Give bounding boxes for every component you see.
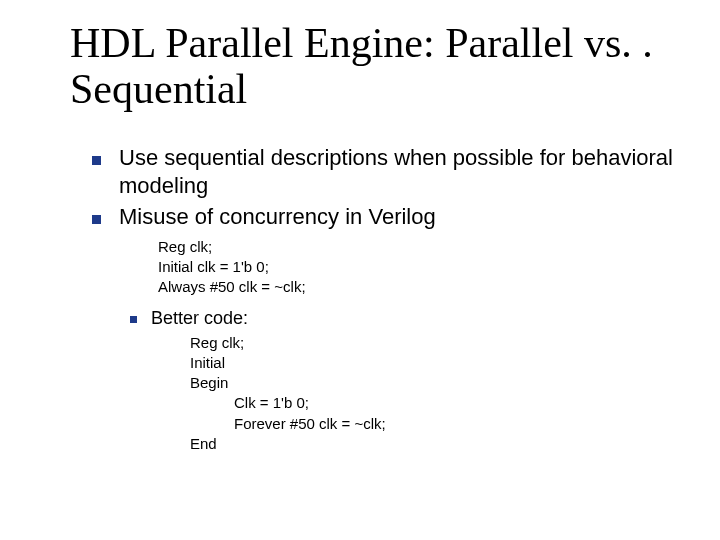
code-line: End: [190, 434, 680, 454]
code-line: Always #50 clk = ~clk;: [158, 277, 680, 297]
code-block-2: Reg clk; Initial Begin Clk = 1'b 0; Fore…: [190, 333, 680, 455]
sub-bullet-text: Better code:: [151, 308, 248, 329]
sub-bullet-item: Better code:: [130, 308, 680, 329]
code-line: Forever #50 clk = ~clk;: [234, 414, 680, 434]
square-bullet-icon: [92, 215, 101, 224]
code-line: Clk = 1'b 0;: [234, 393, 680, 413]
code-block-1: Reg clk; Initial clk = 1'b 0; Always #50…: [158, 237, 680, 298]
square-bullet-icon: [130, 316, 137, 323]
code-line: Begin: [190, 373, 680, 393]
code-line: Initial: [190, 353, 680, 373]
bullet-text: Misuse of concurrency in Verilog: [119, 203, 436, 231]
code-line: Reg clk;: [158, 237, 680, 257]
code-line: Initial clk = 1'b 0;: [158, 257, 680, 277]
slide-title: HDL Parallel Engine: Parallel vs. . Sequ…: [70, 20, 680, 112]
bullet-item-2: Misuse of concurrency in Verilog: [92, 203, 680, 231]
bullet-item-1: Use sequential descriptions when possibl…: [92, 144, 680, 199]
slide: HDL Parallel Engine: Parallel vs. . Sequ…: [0, 0, 720, 474]
code-line: Reg clk;: [190, 333, 680, 353]
square-bullet-icon: [92, 156, 101, 165]
bullet-text: Use sequential descriptions when possibl…: [119, 144, 680, 199]
